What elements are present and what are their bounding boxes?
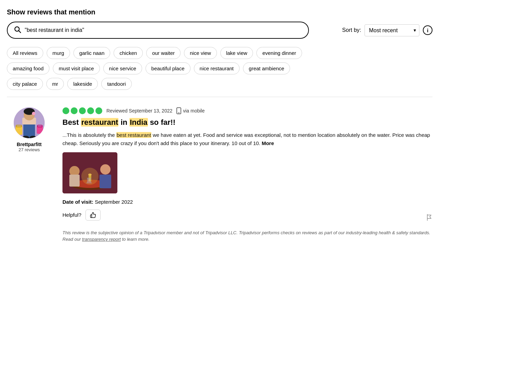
tag-chip[interactable]: murg	[47, 47, 70, 59]
tag-chip[interactable]: evening dinner	[256, 47, 302, 59]
tag-chip[interactable]: tandoori	[101, 78, 131, 90]
body-text-1: ...This is absolutely the	[62, 132, 116, 138]
disclaimer-end-text: to learn more.	[122, 237, 149, 242]
thumbs-up-icon	[90, 212, 96, 218]
helpful-button[interactable]	[85, 210, 101, 221]
tag-chip[interactable]: All reviews	[7, 47, 43, 59]
tags-row-1: All reviewsmurggarlic naanchickenour wai…	[7, 47, 432, 59]
star-2	[71, 107, 78, 114]
avatar	[14, 107, 45, 138]
star-3	[79, 107, 86, 114]
flag-icon-wrap[interactable]	[426, 214, 432, 223]
tag-chip[interactable]: must visit place	[53, 62, 100, 74]
helpful-text: Helpful?	[62, 212, 81, 218]
review-title: Best restaurant in India so far!!	[62, 118, 432, 128]
body-highlight: best restaurant	[116, 132, 151, 138]
svg-rect-9	[37, 126, 43, 134]
sort-area: Sort by: Most recent Most helpful Highes…	[342, 24, 432, 36]
via-mobile-text: via mobile	[183, 108, 205, 114]
review-content: Reviewed September 13, 2022 via mobile B…	[62, 107, 432, 243]
svg-rect-7	[15, 126, 22, 135]
star-5	[95, 107, 102, 114]
tag-chip[interactable]: city palace	[7, 78, 43, 90]
divider	[7, 97, 432, 97]
star-4	[87, 107, 94, 114]
tag-chip[interactable]: our waiter	[146, 47, 181, 59]
svg-line-1	[19, 31, 21, 33]
date-value-text: September 2022	[95, 199, 133, 205]
rating-stars	[62, 107, 102, 114]
tags-row-3: city palacemrlakesidetandoori	[7, 78, 432, 90]
sort-label: Sort by:	[342, 27, 361, 33]
date-label: Date of visit:	[62, 199, 93, 205]
title-highlight-restaurant: restaurant	[81, 118, 119, 127]
helpful-row: Helpful?	[62, 210, 101, 221]
review-date: Reviewed September 13, 2022	[106, 108, 172, 114]
star-1	[62, 107, 69, 114]
review-section: Brettparfitt 27 reviews Reviewed Septemb…	[7, 104, 432, 243]
review-meta: Reviewed September 13, 2022 via mobile	[62, 107, 432, 114]
info-icon[interactable]: i	[423, 25, 432, 35]
tag-chip[interactable]: garlic naan	[73, 47, 110, 59]
tag-chip[interactable]: mr	[46, 78, 64, 90]
sort-select-wrap: Most recent Most helpful Highest rated L…	[365, 24, 419, 36]
review-photo[interactable]	[62, 152, 117, 193]
tag-chip[interactable]: nice service	[103, 62, 142, 74]
visit-date-row: Date of visit: September 2022	[62, 199, 432, 205]
search-input[interactable]	[25, 27, 302, 33]
reviewer-count: 27 reviews	[19, 147, 40, 152]
tag-chip[interactable]: lakeside	[67, 78, 98, 90]
search-icon	[14, 26, 21, 35]
tag-chip[interactable]: chicken	[114, 47, 143, 59]
reviewer-col: Brettparfitt 27 reviews	[7, 107, 51, 243]
title-text-3: so far!!	[148, 118, 176, 127]
section-title: Show reviews that mention	[7, 8, 432, 16]
search-box	[7, 22, 309, 39]
title-text-2: in	[118, 118, 129, 127]
review-body: ...This is absolutely the best restauran…	[62, 131, 432, 147]
via-mobile: via mobile	[176, 107, 205, 114]
reviewer-name: Brettparfitt	[17, 142, 42, 147]
disclaimer: This review is the subjective opinion of…	[62, 229, 432, 243]
helpful-flag-row: Helpful?	[62, 210, 432, 227]
tag-chip[interactable]: lake view	[220, 47, 253, 59]
tag-chip[interactable]: amazing food	[7, 62, 49, 74]
tags-row-2: amazing foodmust visit placenice service…	[7, 62, 432, 74]
title-text-1: Best	[62, 118, 81, 127]
title-highlight-india: India	[129, 118, 148, 127]
tag-chip[interactable]: nice restaurant	[194, 62, 240, 74]
tag-chip[interactable]: beautiful place	[146, 62, 190, 74]
tags-section: All reviewsmurggarlic naanchickenour wai…	[7, 47, 432, 90]
svg-point-13	[32, 112, 35, 115]
tag-chip[interactable]: great ambience	[243, 62, 290, 74]
transparency-link[interactable]: transparency report	[82, 237, 121, 242]
more-link[interactable]: More	[262, 140, 274, 146]
tag-chip[interactable]: nice view	[184, 47, 217, 59]
flag-icon	[426, 214, 432, 221]
svg-rect-27	[62, 152, 117, 193]
sort-select[interactable]: Most recent Most helpful Highest rated L…	[365, 24, 419, 36]
